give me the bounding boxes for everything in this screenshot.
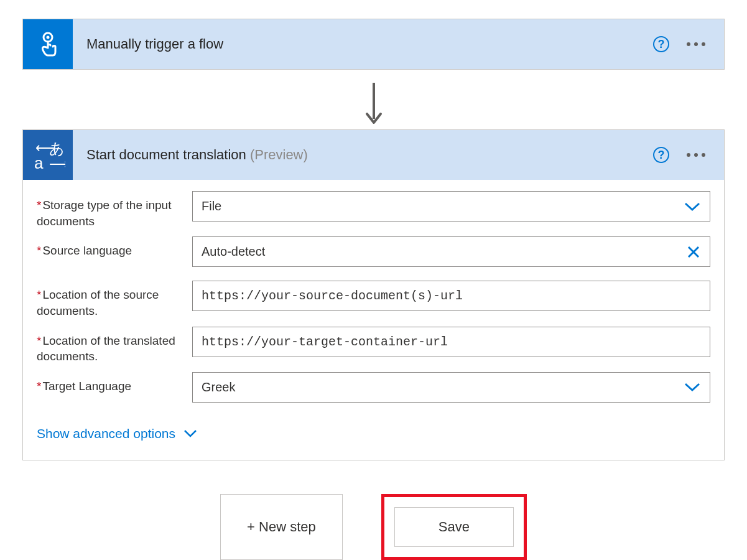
- more-icon[interactable]: [687, 42, 705, 46]
- label-storage-type: *Storage type of the input documents: [37, 191, 192, 229]
- field-storage-type: *Storage type of the input documents Fil…: [37, 191, 710, 229]
- save-button[interactable]: Save: [394, 507, 514, 547]
- trigger-header[interactable]: Manually trigger a flow ?: [23, 19, 724, 69]
- input-source-location[interactable]: https://your-source-document(s)-url: [192, 281, 710, 311]
- translation-icon: ⟵ あ a ⟶: [23, 130, 73, 180]
- preview-tag: (Preview): [250, 147, 308, 162]
- help-icon[interactable]: ?: [653, 147, 669, 163]
- field-target-language: *Target Language Greek: [37, 372, 710, 403]
- chevron-down-icon: [183, 429, 198, 439]
- field-source-language: *Source language Auto-detect: [37, 236, 710, 267]
- label-target-location: *Location of the translated documents.: [37, 327, 192, 365]
- help-icon[interactable]: ?: [653, 36, 669, 52]
- dropdown-source-language[interactable]: Auto-detect: [192, 236, 710, 267]
- trigger-title: Manually trigger a flow: [86, 36, 653, 52]
- new-step-button[interactable]: + New step: [220, 494, 343, 560]
- save-highlight: Save: [381, 494, 527, 560]
- clear-x-icon[interactable]: [686, 245, 701, 259]
- manual-trigger-icon: [23, 19, 73, 69]
- action-body: *Storage type of the input documents Fil…: [23, 180, 724, 460]
- footer-actions: + New step Save: [22, 494, 725, 560]
- dropdown-storage-type[interactable]: File: [192, 191, 710, 222]
- action-card: ⟵ あ a ⟶ Start document translation (Prev…: [22, 129, 725, 460]
- show-advanced-link[interactable]: Show advanced options: [37, 426, 198, 441]
- field-source-location: *Location of the source documents. https…: [37, 281, 710, 319]
- connector-arrow-icon: [22, 80, 725, 129]
- label-source-language: *Source language: [37, 236, 192, 259]
- svg-text:a: a: [34, 154, 44, 172]
- label-source-location: *Location of the source documents.: [37, 281, 192, 319]
- chevron-down-icon: [684, 201, 701, 212]
- action-header[interactable]: ⟵ あ a ⟶ Start document translation (Prev…: [23, 130, 724, 180]
- trigger-card: Manually trigger a flow ?: [22, 19, 725, 70]
- svg-point-1: [47, 36, 50, 39]
- chevron-down-icon: [684, 381, 701, 393]
- label-target-language: *Target Language: [37, 372, 192, 394]
- action-title-text: Start document translation: [86, 147, 246, 162]
- action-title: Start document translation (Preview): [86, 147, 653, 163]
- svg-text:あ: あ: [49, 140, 65, 157]
- input-target-location[interactable]: https://your-target-container-url: [192, 327, 710, 357]
- field-target-location: *Location of the translated documents. h…: [37, 327, 710, 365]
- dropdown-target-language[interactable]: Greek: [192, 372, 710, 403]
- svg-text:⟶: ⟶: [49, 156, 65, 172]
- more-icon[interactable]: [687, 153, 705, 157]
